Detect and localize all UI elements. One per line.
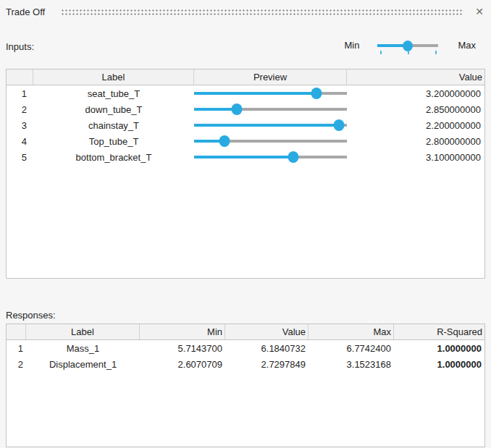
table-row: 1 seat_tube_T 3.200000000 [7, 85, 484, 101]
row-number: 5 [7, 152, 33, 163]
column-header-label[interactable]: Label [33, 69, 194, 85]
preview-slider[interactable] [194, 150, 347, 164]
response-max: 3.1523168 [309, 359, 394, 370]
column-header-rownum[interactable] [7, 69, 33, 85]
input-label: down_tube_T [33, 104, 194, 115]
min-label: Min [344, 38, 359, 51]
preview-cell [194, 134, 347, 148]
slider-thumb[interactable] [311, 88, 322, 99]
responses-table-header: Label Min Value Max R-Squared [7, 324, 484, 340]
input-label: chainstay_T [33, 120, 194, 131]
column-header-preview[interactable]: Preview [194, 69, 347, 85]
preview-cell [194, 102, 347, 117]
responses-label: Responses: [6, 310, 56, 321]
row-number: 1 [7, 343, 26, 354]
preview-slider[interactable] [194, 134, 347, 148]
input-label: bottom_bracket_T [33, 152, 194, 163]
minmax-slider-group: Min Max [344, 38, 476, 54]
column-header-max[interactable]: Max [309, 324, 394, 339]
slider-thumb[interactable] [403, 41, 413, 51]
slider-thumb[interactable] [288, 151, 299, 163]
panel-titlebar: Trade Off ✕ [0, 0, 491, 23]
inputs-table-header: Label Preview Value [7, 69, 484, 85]
column-header-label[interactable]: Label [26, 324, 140, 339]
inputs-table: Label Preview Value 1 seat_tube_T 3.2000… [6, 69, 485, 279]
global-minmax-slider[interactable] [377, 38, 438, 54]
preview-cell [194, 150, 347, 164]
column-header-value[interactable]: Value [225, 324, 309, 339]
slider-ticks [377, 51, 438, 55]
table-row: 2 down_tube_T 2.850000000 [7, 101, 484, 117]
input-value[interactable]: 2.800000000 [347, 136, 484, 147]
response-min: 2.6070709 [140, 359, 225, 370]
column-header-rsquared[interactable]: R-Squared [394, 324, 484, 339]
row-number: 4 [7, 136, 33, 147]
preview-slider[interactable] [194, 118, 347, 132]
row-number: 2 [7, 359, 26, 370]
max-label: Max [458, 38, 476, 51]
responses-table: Label Min Value Max R-Squared 1 Mass_1 5… [6, 324, 485, 447]
input-value[interactable]: 3.200000000 [347, 88, 484, 99]
close-icon[interactable]: ✕ [474, 7, 485, 17]
slider-thumb[interactable] [334, 119, 345, 131]
row-number: 3 [7, 120, 33, 131]
input-value[interactable]: 2.850000000 [347, 104, 484, 115]
inputs-label: Inputs: [6, 41, 34, 52]
response-value: 2.7297849 [225, 359, 309, 370]
preview-cell [194, 86, 347, 101]
preview-slider[interactable] [194, 102, 347, 117]
row-number: 2 [7, 104, 33, 115]
slider-thumb[interactable] [219, 135, 230, 147]
table-row: 2 Displacement_1 2.6070709 2.7297849 3.1… [7, 356, 484, 372]
response-label: Mass_1 [26, 343, 140, 354]
response-rsquared: 1.0000000 [394, 343, 484, 354]
column-header-min[interactable]: Min [140, 324, 225, 339]
table-row: 4 Top_tube_T 2.800000000 [7, 133, 484, 149]
response-value: 6.1840732 [225, 343, 309, 354]
preview-cell [194, 118, 347, 132]
column-header-value[interactable]: Value [347, 69, 484, 85]
response-max: 6.7742400 [309, 343, 394, 354]
input-label: Top_tube_T [33, 136, 194, 147]
table-row: 1 Mass_1 5.7143700 6.1840732 6.7742400 1… [7, 340, 484, 356]
preview-slider[interactable] [194, 86, 347, 101]
table-row: 5 bottom_bracket_T 3.100000000 [7, 149, 484, 165]
slider-thumb[interactable] [232, 103, 243, 115]
input-label: seat_tube_T [33, 88, 194, 99]
table-row: 3 chainstay_T 2.200000000 [7, 117, 484, 133]
column-header-rownum[interactable] [7, 324, 26, 339]
drag-handle-icon[interactable] [61, 9, 463, 16]
panel-title: Trade Off [6, 7, 45, 17]
response-rsquared: 1.0000000 [394, 359, 484, 370]
response-label: Displacement_1 [26, 359, 140, 370]
response-min: 5.7143700 [140, 343, 225, 354]
row-number: 1 [7, 88, 33, 99]
input-value[interactable]: 3.100000000 [347, 152, 484, 163]
input-value[interactable]: 2.200000000 [347, 120, 484, 131]
